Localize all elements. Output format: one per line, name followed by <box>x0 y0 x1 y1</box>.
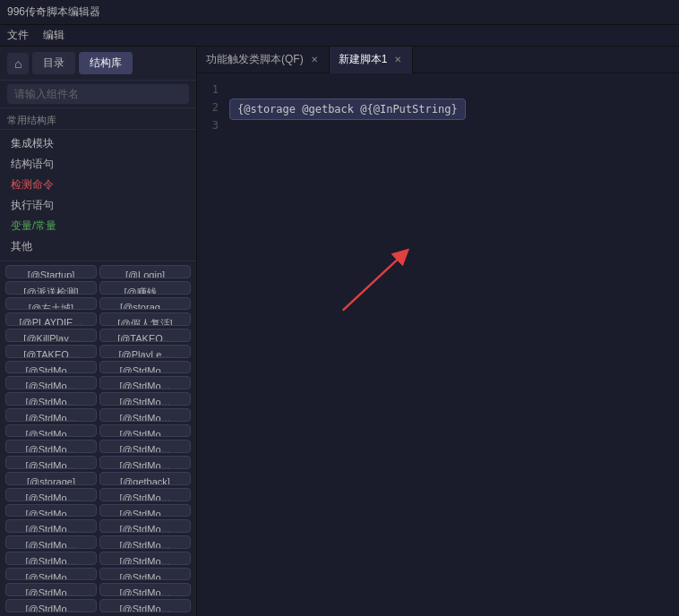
main-layout: ⌂ 目录 结构库 常用结构库 集成模块 结构语句 检测命令 执行语句 变量/常量… <box>0 47 679 616</box>
component-btn-17[interactable]: [@StdMo… <box>99 392 191 406</box>
category-check-cmd[interactable]: 检测命令 <box>0 175 196 195</box>
tab-new-script-label: 新建脚本1 <box>339 52 388 67</box>
component-btn-1[interactable]: [@Login] <box>99 265 191 278</box>
category-nav: 集成模块 结构语句 检测命令 执行语句 变量/常量 其他 <box>0 130 196 261</box>
sidebar-header: ⌂ 目录 结构库 <box>0 47 196 81</box>
component-btn-18[interactable]: [@StdMo… <box>5 408 97 422</box>
tab-qf-close[interactable]: ✕ <box>309 55 320 64</box>
tab-new-script-close[interactable]: ✕ <box>392 55 403 64</box>
component-btn-22[interactable]: [@StdMo… <box>5 440 97 453</box>
component-btn-34[interactable]: [@StdMo… <box>5 535 97 549</box>
component-btn-20[interactable]: [@StdMo… <box>5 424 97 438</box>
menu-file[interactable]: 文件 <box>7 28 29 43</box>
sidebar: ⌂ 目录 结构库 常用结构库 集成模块 结构语句 检测命令 执行语句 变量/常量… <box>0 47 197 616</box>
component-btn-21[interactable]: [@StdMo… <box>99 424 191 438</box>
component-btn-27[interactable]: [@getback] <box>99 472 191 485</box>
menu-edit[interactable]: 编辑 <box>43 28 64 43</box>
component-btn-33[interactable]: [@StdMo… <box>99 519 191 533</box>
component-btn-29[interactable]: [@StdMo… <box>99 488 191 501</box>
component-btn-39[interactable]: [@StdMo… <box>99 568 191 581</box>
tab-qf-label: 功能触发类脚本(QF) <box>206 52 304 67</box>
component-btn-12[interactable]: [@StdMo… <box>5 361 97 374</box>
code-line-2: {@storage @getback @{@InPutString} <box>229 98 672 116</box>
component-btn-2[interactable]: [@派送检测] <box>5 281 97 295</box>
component-btn-32[interactable]: [@StdMo… <box>5 519 97 533</box>
component-btn-41[interactable]: [@StdMo… <box>99 583 191 596</box>
component-btn-28[interactable]: [@StdMo… <box>5 488 97 501</box>
category-integrated[interactable]: 集成模块 <box>0 133 196 154</box>
editor-area: 功能触发类脚本(QF) ✕ 新建脚本1 ✕ 1 2 3 {@storage @g… <box>197 47 679 616</box>
component-btn-6[interactable]: [@PLAYDIE… <box>5 312 97 326</box>
component-btn-15[interactable]: [@StdMo… <box>99 376 191 389</box>
component-btn-31[interactable]: [@StdMo… <box>99 504 191 518</box>
directory-button[interactable]: 目录 <box>32 52 75 74</box>
component-grid: [@Startup][@Login][@派送检测][@赚钱…[@左土城][@st… <box>0 261 196 616</box>
tab-new-script[interactable]: 新建脚本1 ✕ <box>330 47 414 73</box>
component-btn-10[interactable]: [@TAKEO… <box>5 345 97 358</box>
category-other[interactable]: 其他 <box>0 236 196 257</box>
component-btn-35[interactable]: [@StdMo… <box>99 535 191 549</box>
component-btn-13[interactable]: [@StdMo… <box>99 361 191 374</box>
component-btn-19[interactable]: [@StdMo… <box>99 408 191 422</box>
component-btn-38[interactable]: [@StdMo… <box>5 568 97 581</box>
editor-content: 1 2 3 {@storage @getback @{@InPutString} <box>197 73 679 616</box>
component-btn-25[interactable]: [@StdMo… <box>99 456 191 469</box>
svg-line-0 <box>343 254 403 311</box>
component-btn-14[interactable]: [@StdMo… <box>5 376 97 389</box>
search-box <box>0 81 196 108</box>
tab-bar: 功能触发类脚本(QF) ✕ 新建脚本1 ✕ <box>197 47 679 73</box>
home-button[interactable]: ⌂ <box>7 53 29 74</box>
category-structure[interactable]: 结构语句 <box>0 154 196 175</box>
component-btn-0[interactable]: [@Startup] <box>5 265 97 278</box>
component-btn-9[interactable]: [@TAKEO… <box>99 329 191 342</box>
component-btn-23[interactable]: [@StdMo… <box>99 440 191 453</box>
editor-main[interactable]: {@storage @getback @{@InPutString} <box>222 73 679 616</box>
component-btn-8[interactable]: [@KillPlay… <box>5 329 97 342</box>
arrow-annotation <box>222 73 679 616</box>
component-btn-5[interactable]: [@storag… <box>99 297 191 311</box>
component-btn-30[interactable]: [@StdMo… <box>5 504 97 518</box>
section-label: 常用结构库 <box>0 108 196 130</box>
component-btn-11[interactable]: [@PlayLe… <box>99 345 191 358</box>
component-btn-24[interactable]: [@StdMo… <box>5 456 97 469</box>
line-numbers: 1 2 3 <box>197 73 222 616</box>
component-btn-42[interactable]: [@StdMo… <box>5 599 97 612</box>
search-input[interactable] <box>7 84 189 104</box>
code-chip: {@storage @getback @{@InPutString} <box>229 98 466 120</box>
menu-bar: 文件 编辑 <box>0 25 679 47</box>
category-exec[interactable]: 执行语句 <box>0 195 196 216</box>
component-btn-7[interactable]: [@假人复活] <box>99 312 191 326</box>
component-btn-26[interactable]: [@storage] <box>5 472 97 485</box>
app-title: 996传奇脚本编辑器 <box>7 4 100 20</box>
component-btn-37[interactable]: [@StdMo… <box>99 552 191 565</box>
tab-qf[interactable]: 功能触发类脚本(QF) ✕ <box>197 47 330 73</box>
component-btn-40[interactable]: [@StdMo… <box>5 583 97 596</box>
component-btn-16[interactable]: [@StdMo… <box>5 392 97 406</box>
component-btn-3[interactable]: [@赚钱… <box>99 281 191 295</box>
category-variable[interactable]: 变量/常量 <box>0 216 196 236</box>
code-line-1 <box>229 81 672 98</box>
structure-lib-button[interactable]: 结构库 <box>79 52 133 74</box>
component-btn-43[interactable]: [@StdMo… <box>99 599 191 612</box>
title-bar: 996传奇脚本编辑器 <box>0 0 679 25</box>
component-btn-36[interactable]: [@StdMo… <box>5 552 97 565</box>
component-btn-4[interactable]: [@左土城] <box>5 297 97 311</box>
